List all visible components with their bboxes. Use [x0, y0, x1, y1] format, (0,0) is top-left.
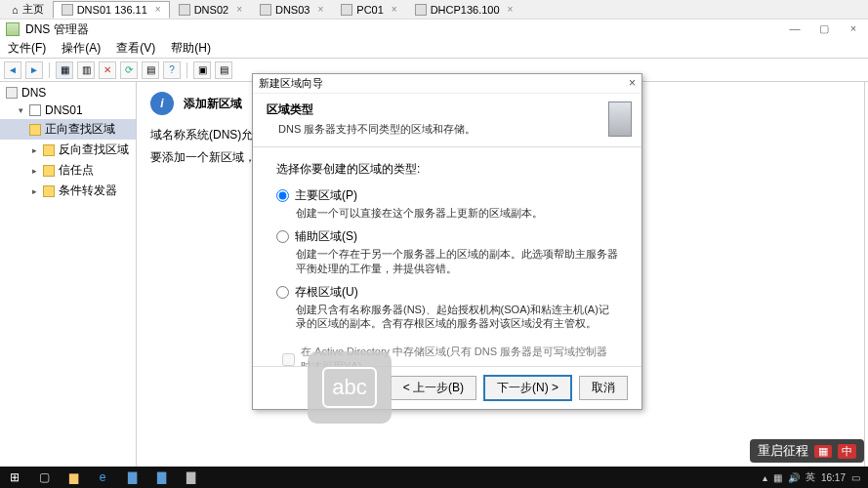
- ime-indicator: abc: [308, 351, 392, 424]
- vm-tab-bar: ⌂ 主页 DNS01 136.11 × DNS02 × DNS03 × PC01…: [0, 0, 868, 20]
- tray-notification-icon[interactable]: ▭: [851, 472, 860, 483]
- content-heading: 添加新区域: [184, 96, 242, 112]
- close-icon[interactable]: ×: [317, 4, 323, 15]
- option-primary-zone[interactable]: 主要区域(P): [276, 187, 618, 204]
- wizard-title-bar[interactable]: 新建区域向导 ×: [253, 74, 641, 94]
- wizard-title: 新建区域向导: [259, 76, 323, 91]
- tree-pane: DNS ▾ DNS01 正向查找区域 ▸ 反向查找区域 ▸ 信任点 ▸ 条件转发…: [0, 82, 137, 472]
- option-stub-zone[interactable]: 存根区域(U): [276, 284, 618, 301]
- vm-icon: [179, 4, 190, 16]
- tree-label: 正向查找区域: [45, 121, 115, 138]
- vm-tab-dns03[interactable]: DNS03 ×: [251, 1, 332, 19]
- tray-ime-icon[interactable]: 英: [806, 470, 815, 484]
- option-secondary-zone[interactable]: 辅助区域(S): [276, 228, 618, 245]
- watermark-badge-2: 中: [838, 444, 856, 459]
- vm-tab-label: DHCP136.100: [431, 4, 500, 16]
- tree-server[interactable]: ▾ DNS01: [0, 102, 136, 119]
- next-button[interactable]: 下一步(N) >: [484, 376, 571, 400]
- right-pane-separator[interactable]: [864, 82, 868, 472]
- wizard-header-title: 区域类型: [267, 102, 313, 116]
- tool-icon-1[interactable]: ▣: [193, 61, 211, 79]
- caret-icon[interactable]: ▸: [29, 166, 39, 176]
- wizard-header-sub: DNS 服务器支持不同类型的区域和存储。: [278, 122, 628, 137]
- vm-tab-label: 主页: [22, 2, 44, 17]
- tree-label: 信任点: [59, 162, 94, 179]
- server-icon: [29, 104, 41, 116]
- radio-primary[interactable]: [276, 189, 289, 202]
- ie-icon[interactable]: e: [88, 467, 117, 488]
- vm-tab-label: DNS02: [194, 4, 228, 16]
- caret-icon[interactable]: ▸: [29, 145, 39, 155]
- close-button[interactable]: ×: [839, 20, 868, 37]
- minimize-button[interactable]: —: [780, 20, 809, 37]
- app-icon-3[interactable]: ▇: [176, 467, 205, 488]
- refresh-button[interactable]: ⟳: [120, 61, 138, 79]
- forward-button[interactable]: [25, 61, 43, 79]
- help-button[interactable]: ?: [163, 61, 181, 79]
- menu-file[interactable]: 文件(F): [8, 40, 46, 57]
- tree-label: DNS01: [45, 103, 83, 117]
- close-icon[interactable]: ×: [392, 4, 397, 15]
- start-button[interactable]: [0, 467, 29, 488]
- vm-tab-dns01[interactable]: DNS01 136.11 ×: [53, 1, 170, 19]
- option-label: 辅助区域(S): [295, 228, 357, 245]
- app-icon-2[interactable]: ▇: [146, 467, 176, 488]
- tree-root-dns[interactable]: DNS: [0, 84, 136, 102]
- menu-bar: 文件(F) 操作(A) 查看(V) 帮助(H): [0, 39, 868, 59]
- server-graphic-icon: [608, 102, 632, 137]
- tool-icon-2[interactable]: ▤: [215, 61, 232, 79]
- watermark-badge-1: ▦: [814, 445, 832, 458]
- tree-reverse-zones[interactable]: ▸ 反向查找区域: [0, 140, 136, 160]
- tray-sound-icon[interactable]: 🔊: [788, 472, 800, 483]
- separator: [49, 62, 50, 78]
- vm-tab-home[interactable]: ⌂ 主页: [3, 0, 53, 20]
- folder-icon: [29, 124, 41, 136]
- folder-icon: [43, 185, 55, 197]
- close-icon[interactable]: ×: [508, 4, 514, 15]
- wizard-body: 选择你要创建的区域的类型: 主要区域(P) 创建一个可以直接在这个服务器上更新的…: [253, 147, 641, 366]
- tray-up-icon[interactable]: ▴: [763, 472, 767, 483]
- wizard-close-button[interactable]: ×: [629, 76, 636, 90]
- delete-button[interactable]: ✕: [99, 61, 116, 79]
- vm-icon: [260, 4, 271, 16]
- wizard-header: 区域类型 DNS 服务器支持不同类型的区域和存储。: [253, 94, 641, 147]
- export-button[interactable]: ▤: [142, 61, 159, 79]
- window-title: DNS 管理器: [25, 21, 89, 38]
- radio-stub[interactable]: [276, 286, 289, 299]
- tree-trust-points[interactable]: ▸ 信任点: [0, 160, 136, 181]
- option-secondary-desc: 创建一个存在于另一个服务器上的区域的副本。此选项帮助主服务器平衡处理的工作量，并…: [296, 247, 618, 276]
- caret-icon[interactable]: ▾: [16, 105, 25, 115]
- folder-icon: [43, 165, 55, 177]
- back-button[interactable]: < 上一步(B): [391, 376, 476, 400]
- radio-secondary[interactable]: [276, 230, 289, 243]
- caret-icon[interactable]: ▸: [29, 186, 39, 196]
- show-hide-button[interactable]: ▥: [77, 61, 95, 79]
- checkbox-ad-store: [282, 353, 295, 366]
- vm-tab-label: DNS03: [275, 4, 310, 16]
- maximize-button[interactable]: ▢: [809, 20, 839, 37]
- vm-tab-dns02[interactable]: DNS02 ×: [170, 1, 251, 19]
- back-button[interactable]: [4, 61, 21, 79]
- vm-icon: [415, 4, 427, 16]
- ime-text: abc: [322, 367, 376, 408]
- menu-view[interactable]: 查看(V): [116, 40, 155, 57]
- separator: [186, 62, 187, 78]
- dns-manager-icon: [6, 22, 20, 36]
- option-primary-desc: 创建一个可以直接在这个服务器上更新的区域副本。: [296, 206, 618, 221]
- close-icon[interactable]: ×: [236, 4, 242, 15]
- cancel-button[interactable]: 取消: [579, 376, 628, 400]
- tree-conditional-fwd[interactable]: ▸ 条件转发器: [0, 181, 136, 201]
- vm-tab-dhcp[interactable]: DHCP136.100 ×: [406, 1, 522, 19]
- tray-network-icon[interactable]: ▦: [773, 472, 782, 483]
- vm-tab-label: DNS01 136.11: [77, 4, 147, 16]
- close-icon[interactable]: ×: [155, 4, 161, 15]
- task-view-icon[interactable]: ▢: [29, 467, 59, 488]
- tray-clock[interactable]: 16:17: [821, 472, 846, 483]
- menu-help[interactable]: 帮助(H): [171, 40, 211, 57]
- explorer-icon[interactable]: ▆: [59, 467, 88, 488]
- menu-action[interactable]: 操作(A): [62, 40, 101, 57]
- vm-tab-pc01[interactable]: PC01 ×: [332, 1, 405, 19]
- app-icon-1[interactable]: ▇: [117, 467, 146, 488]
- up-button[interactable]: ▦: [56, 61, 73, 79]
- tree-forward-zones[interactable]: 正向查找区域: [0, 119, 136, 140]
